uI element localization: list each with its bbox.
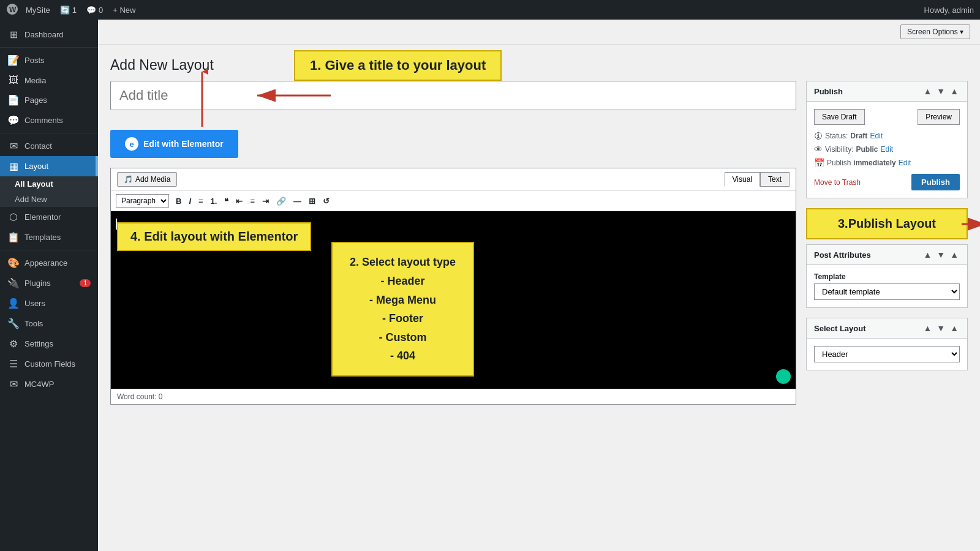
publish-panel-body: Save Draft Preview 🛈 Status: Draft Edit …	[807, 102, 967, 198]
align-left-button[interactable]: ⇤	[233, 195, 246, 208]
publish-time-row: 📅 Publish immediately Edit	[814, 158, 960, 168]
sidebar-item-users[interactable]: 👤 Users	[0, 293, 98, 313]
sidebar-item-settings[interactable]: ⚙ Settings	[0, 334, 98, 354]
sidebar-item-comments[interactable]: 💬 Comments	[0, 110, 98, 130]
publish-bottom: Move to Trash Publish	[814, 174, 960, 190]
panel-toggle-btn[interactable]: ▲	[949, 250, 960, 260]
add-media-button[interactable]: 🎵 Add Media	[117, 172, 177, 187]
step3-area: 3.Publish Layout	[806, 208, 968, 239]
green-dot	[776, 369, 791, 384]
sidebar-item-plugins[interactable]: 🔌 Plugins 1	[0, 273, 98, 293]
site-name[interactable]: MySite	[26, 6, 50, 15]
sidebar: ⊞ Dashboard 📝 Posts 🖼 Media 📄 Pages 💬 Co…	[0, 20, 98, 551]
sidebar-item-label: Users	[24, 299, 45, 308]
preview-button[interactable]: Preview	[918, 109, 960, 125]
users-icon: 👤	[7, 298, 20, 309]
sidebar-item-add-new[interactable]: Add New	[7, 192, 98, 207]
panel-close[interactable]: ▲	[949, 86, 960, 96]
tools-icon: 🔧	[7, 318, 20, 329]
main-content: Add New Layout 1. Give a title to your l…	[98, 45, 980, 417]
layout-panel-toggle[interactable]: ▲	[949, 323, 960, 333]
bold-button[interactable]: B	[173, 195, 184, 208]
comments-icon[interactable]: 💬 0	[86, 6, 103, 15]
save-draft-button[interactable]: Save Draft	[814, 109, 865, 125]
fullscreen-button[interactable]: ↺	[320, 195, 333, 208]
template-select[interactable]: Default template	[814, 283, 960, 300]
wp-logo: W	[6, 3, 18, 17]
table-button[interactable]: ⊞	[306, 195, 318, 208]
sidebar-item-label: Contact	[24, 141, 52, 151]
panel-collapse-up[interactable]: ▲	[922, 86, 933, 96]
sidebar-item-elementor[interactable]: ⬡ Elementor	[0, 207, 98, 227]
sidebar-item-appearance[interactable]: 🎨 Appearance	[0, 253, 98, 273]
post-attributes-header: Post Attributes ▲ ▼ ▲	[807, 245, 967, 265]
adminbar-items: MySite 🔄 1 💬 0 + New	[26, 6, 135, 15]
align-center-button[interactable]: ≡	[247, 195, 258, 208]
content-row: 1. Give a title to your layout e Edit wi…	[110, 81, 968, 405]
sidebar-item-media[interactable]: 🖼 Media	[0, 70, 98, 90]
editor-content[interactable]: 4. Edit layout with Elementor 2. Select …	[111, 211, 796, 389]
sidebar-item-templates[interactable]: 📋 Templates	[0, 227, 98, 247]
layout-type-select[interactable]: Header Mega Menu Footer Custom 404	[814, 346, 960, 362]
calendar-icon: 📅	[814, 158, 824, 168]
edit-elementor-button[interactable]: e Edit with Elementor	[110, 130, 238, 158]
comments-icon: 💬	[7, 114, 20, 126]
sidebar-item-pages[interactable]: 📄 Pages	[0, 90, 98, 110]
sidebar-item-custom-fields[interactable]: ☰ Custom Fields	[0, 354, 98, 374]
screen-options-button[interactable]: Screen Options ▾	[900, 24, 970, 39]
editor-column: 1. Give a title to your layout e Edit wi…	[110, 81, 796, 405]
pages-icon: 📄	[7, 94, 20, 106]
publish-time-edit-link[interactable]: Edit	[899, 159, 911, 167]
publish-button[interactable]: Publish	[911, 174, 960, 190]
sidebar-item-dashboard[interactable]: ⊞ Dashboard	[0, 24, 98, 45]
sidebar-item-contact[interactable]: ✉ Contact	[0, 136, 98, 156]
sidebar-item-label: Layout	[24, 162, 48, 171]
publish-panel-controls: ▲ ▼ ▲	[922, 86, 960, 96]
blockquote-button[interactable]: ❝	[221, 195, 232, 208]
unordered-list-button[interactable]: ≡	[195, 195, 206, 208]
sidebar-item-label: Elementor	[24, 212, 61, 222]
visibility-edit-link[interactable]: Edit	[880, 145, 893, 154]
text-tab[interactable]: Text	[760, 172, 790, 187]
sidebar-item-posts[interactable]: 📝 Posts	[0, 50, 98, 70]
new-button[interactable]: + New	[113, 6, 135, 15]
sidebar-item-layout[interactable]: ▦ Layout	[0, 156, 98, 176]
sidebar-item-all-layout[interactable]: All Layout	[7, 176, 98, 192]
italic-button[interactable]: I	[186, 195, 194, 208]
publish-panel: Publish ▲ ▼ ▲ Save Draft Preview	[806, 81, 968, 198]
publish-panel-header: Publish ▲ ▼ ▲	[807, 81, 967, 102]
horizontal-rule-button[interactable]: —	[290, 195, 304, 208]
elementor-btn-area: e Edit with Elementor	[110, 130, 796, 158]
sidebar-item-label: Custom Fields	[24, 359, 75, 369]
panel-up-btn[interactable]: ▲	[922, 250, 933, 260]
media-icon: 🖼	[7, 75, 20, 86]
sidebar-item-mc4wp[interactable]: ✉ MC4WP	[0, 374, 98, 394]
visual-tab[interactable]: Visual	[725, 172, 760, 187]
select-layout-panel: Select Layout ▲ ▼ ▲ Header Mega Menu	[806, 318, 968, 370]
link-button[interactable]: 🔗	[273, 195, 289, 208]
move-trash-link[interactable]: Move to Trash	[814, 178, 861, 187]
panel-down-btn[interactable]: ▼	[935, 250, 946, 260]
sidebar-item-label: Dashboard	[24, 30, 64, 39]
status-icon: 🛈	[814, 131, 823, 141]
word-count-bar: Word count: 0	[111, 389, 796, 404]
mc4wp-icon: ✉	[7, 378, 20, 390]
status-edit-link[interactable]: Edit	[870, 132, 883, 140]
title-input[interactable]	[110, 81, 796, 110]
panel-collapse-down[interactable]: ▼	[935, 86, 946, 96]
plugins-badge: 1	[80, 279, 91, 287]
align-right-button[interactable]: ⇥	[259, 195, 272, 208]
add-new-label: Add New	[15, 195, 47, 204]
post-attributes-body: Template Default template	[807, 265, 967, 307]
sidebar-item-tools[interactable]: 🔧 Tools	[0, 313, 98, 334]
layout-panel-up[interactable]: ▲	[922, 323, 933, 333]
add-media-icon: 🎵	[124, 175, 133, 184]
ordered-list-button[interactable]: 1.	[208, 195, 221, 208]
layout-panel-down[interactable]: ▼	[935, 323, 946, 333]
title-area: 1. Give a title to your layout	[110, 81, 796, 120]
paragraph-select[interactable]: Paragraph	[116, 194, 169, 208]
updates-icon[interactable]: 🔄 1	[60, 6, 77, 15]
page-title: Add New Layout	[110, 57, 968, 73]
callout-step2: 2. Select layout type - Header - Mega Me…	[331, 242, 474, 377]
post-attributes-controls: ▲ ▼ ▲	[922, 250, 960, 260]
